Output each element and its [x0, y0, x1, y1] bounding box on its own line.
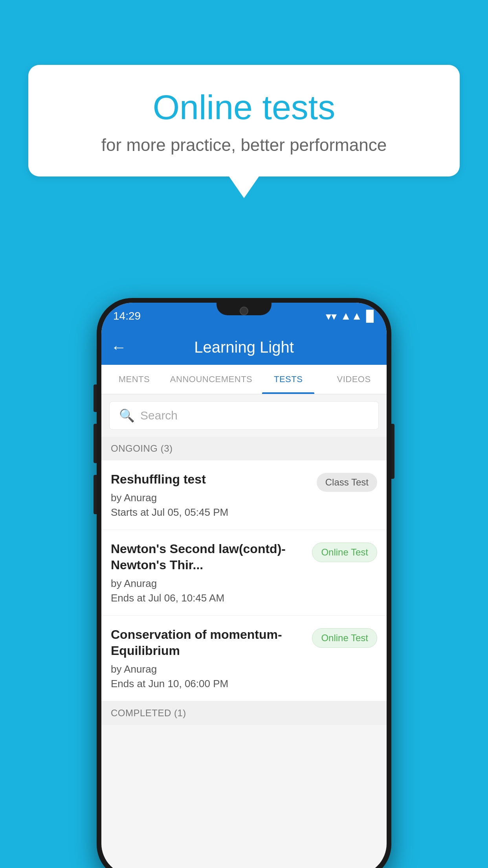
- signal-icon: ▲▲: [341, 310, 362, 322]
- test-info-2: Newton's Second law(contd)-Newton's Thir…: [111, 541, 306, 604]
- test-list: Reshuffling test by Anurag Starts at Jul…: [101, 460, 387, 701]
- test-item-2[interactable]: Newton's Second law(contd)-Newton's Thir…: [101, 530, 387, 616]
- test-name-2: Newton's Second law(contd)-Newton's Thir…: [111, 541, 306, 574]
- test-badge-3: Online Test: [312, 628, 377, 648]
- speech-bubble-container: Online tests for more practice, better p…: [28, 65, 460, 198]
- back-button[interactable]: ←: [111, 338, 127, 356]
- tabs-container: MENTS ANNOUNCEMENTS TESTS VIDEOS: [101, 365, 387, 394]
- search-container: 🔍 Search: [101, 394, 387, 437]
- test-by-2: by Anurag: [111, 577, 306, 590]
- speech-bubble: Online tests for more practice, better p…: [28, 65, 460, 177]
- test-time-1: Starts at Jul 05, 05:45 PM: [111, 506, 310, 519]
- search-icon: 🔍: [119, 408, 135, 423]
- app-header: ← Learning Light: [101, 329, 387, 365]
- test-badge-1: Class Test: [317, 473, 377, 492]
- speech-bubble-subtitle: for more practice, better performance: [52, 135, 436, 155]
- search-bar[interactable]: 🔍 Search: [109, 401, 379, 430]
- phone-frame: 14:29 ▾▾ ▲▲ ▉ ← Learning Light MENTS ANN…: [97, 298, 391, 868]
- test-badge-2: Online Test: [312, 542, 377, 562]
- test-item-1[interactable]: Reshuffling test by Anurag Starts at Jul…: [101, 460, 387, 530]
- wifi-icon: ▾▾: [326, 310, 337, 323]
- tab-tests[interactable]: TESTS: [255, 365, 321, 394]
- completed-section-header: COMPLETED (1): [101, 701, 387, 725]
- test-by-3: by Anurag: [111, 663, 306, 675]
- speech-bubble-arrow: [229, 177, 259, 198]
- app-title: Learning Light: [134, 338, 354, 356]
- test-info-1: Reshuffling test by Anurag Starts at Jul…: [111, 471, 310, 519]
- battery-icon: ▉: [366, 310, 375, 323]
- phone-container: 14:29 ▾▾ ▲▲ ▉ ← Learning Light MENTS ANN…: [97, 298, 391, 868]
- status-icons: ▾▾ ▲▲ ▉: [326, 310, 375, 323]
- ongoing-section-header: ONGOING (3): [101, 437, 387, 460]
- test-info-3: Conservation of momentum-Equilibrium by …: [111, 627, 306, 690]
- tab-announcements[interactable]: ANNOUNCEMENTS: [167, 365, 255, 394]
- test-time-3: Ends at Jun 10, 06:00 PM: [111, 678, 306, 690]
- test-item-3[interactable]: Conservation of momentum-Equilibrium by …: [101, 616, 387, 701]
- test-name-3: Conservation of momentum-Equilibrium: [111, 627, 306, 659]
- search-placeholder: Search: [140, 409, 178, 422]
- test-by-1: by Anurag: [111, 492, 310, 504]
- speech-bubble-title: Online tests: [52, 88, 436, 127]
- phone-screen: 14:29 ▾▾ ▲▲ ▉ ← Learning Light MENTS ANN…: [101, 303, 387, 868]
- tab-videos[interactable]: VIDEOS: [321, 365, 387, 394]
- status-time: 14:29: [113, 310, 141, 322]
- test-time-2: Ends at Jul 06, 10:45 AM: [111, 592, 306, 604]
- camera-dot: [240, 307, 248, 315]
- test-name-1: Reshuffling test: [111, 471, 310, 488]
- tab-ments[interactable]: MENTS: [101, 365, 167, 394]
- phone-notch: [216, 298, 272, 315]
